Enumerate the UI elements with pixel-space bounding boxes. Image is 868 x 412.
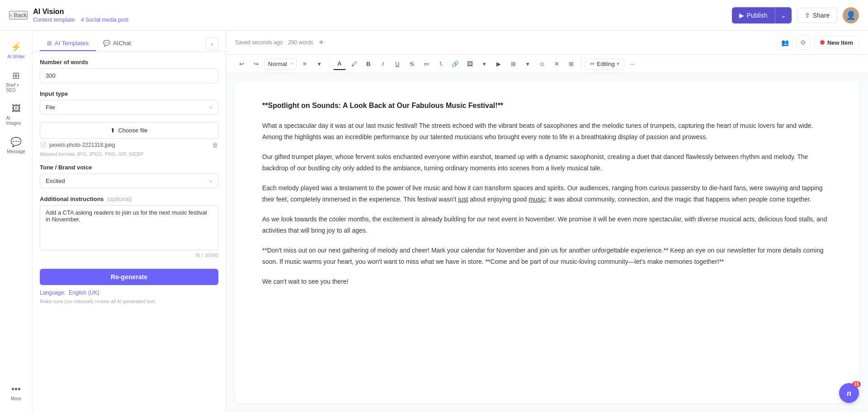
sidebar-label-brief-seo: Brief + SEO: [6, 83, 26, 93]
images-icon: 🖼: [12, 103, 21, 114]
tone-group: Tone / Brand voice Excited: [40, 164, 218, 188]
top-header: ‹ Back AI Vision Content template: # Soc…: [0, 0, 868, 31]
saved-status: Saved seconds ago: [235, 39, 283, 46]
content-template-line: Content template: # Social media post: [33, 17, 128, 23]
tone-label: Tone / Brand voice: [40, 164, 218, 171]
table-button[interactable]: ⊞: [507, 57, 519, 70]
lightning-icon: ⚡: [10, 42, 22, 52]
num-words-label: Number of words: [40, 59, 218, 66]
avatar[interactable]: 👤: [843, 7, 859, 23]
eye-icon[interactable]: 👁: [319, 39, 324, 46]
back-button[interactable]: ‹ Back: [9, 11, 28, 19]
num-words-input[interactable]: [40, 68, 218, 83]
content-paragraph-1: What a spectacular day it was at our las…: [262, 120, 832, 142]
special-char-button[interactable]: ✕: [550, 57, 563, 70]
new-item-label: New Item: [827, 39, 853, 46]
align-dropdown-btn[interactable]: ▾: [313, 57, 326, 70]
editing-chevron-icon: ▾: [617, 61, 619, 67]
align-icon-btn[interactable]: ≡: [298, 57, 311, 70]
bold-button[interactable]: B: [362, 57, 375, 70]
more-options-button[interactable]: ···: [626, 57, 639, 70]
highlight-button[interactable]: 🖊: [348, 57, 360, 70]
image-dropdown-btn[interactable]: ▾: [478, 57, 491, 70]
content-template-label: Content template:: [33, 17, 76, 23]
aichat-icon: 💬: [103, 40, 110, 47]
play-embed-button[interactable]: ▶: [492, 57, 505, 70]
para6-text: We can't wait to see you there!: [262, 278, 349, 285]
sidebar-item-ai-writer[interactable]: ⚡ AI Writer: [3, 38, 30, 63]
input-type-group: Input type File: [40, 90, 218, 115]
chat-badge: 15: [852, 381, 861, 387]
header-left: ‹ Back AI Vision Content template: # Soc…: [9, 8, 128, 23]
publish-button[interactable]: ▶ Publish ⌄: [732, 7, 792, 23]
sidebar-label-more: More: [11, 396, 21, 401]
char-count: 76 / 10000: [40, 253, 218, 258]
sidebar-label-message: Message: [7, 149, 25, 154]
para2-text: Our gifted trumpet player, whose fervent…: [262, 153, 808, 172]
para4-text: As we look towards the cooler months, th…: [262, 215, 827, 234]
pencil-icon: ✏: [590, 61, 595, 67]
editor-topbar-right: 👥 ⚙ New Item: [778, 35, 859, 50]
link-button[interactable]: 🔗: [449, 57, 462, 70]
undo-button[interactable]: ↩: [235, 57, 248, 70]
users-icon-btn[interactable]: 👥: [778, 35, 793, 50]
new-item-button[interactable]: New Item: [814, 36, 859, 49]
additional-instructions-group: Additional instructions (optional) Add a…: [40, 196, 218, 258]
tab-ai-templates[interactable]: ⊞ AI Templates: [40, 36, 96, 51]
block-insert-button[interactable]: ⊞: [565, 57, 577, 70]
sidebar-item-message[interactable]: 💬 Message: [3, 133, 30, 158]
image-button[interactable]: 🖼: [463, 57, 476, 70]
header-right: ▶ Publish ⌄ ⇧ Share 👤: [732, 7, 859, 23]
content-paragraph-6: We can't wait to see you there!: [262, 276, 832, 287]
redo-button[interactable]: ↪: [250, 57, 262, 70]
chevron-down-icon: ⌄: [781, 12, 786, 19]
settings-icon-btn[interactable]: ⚙: [796, 35, 811, 50]
publish-main: ▶ Publish: [732, 7, 775, 23]
brief-icon: ⊞: [12, 70, 20, 81]
additional-instructions-textarea[interactable]: Add a CTA asking readers to join us for …: [40, 205, 218, 250]
input-type-label: Input type: [40, 90, 218, 97]
support-chat-button[interactable]: 15 n: [839, 383, 859, 403]
sidebar-item-more[interactable]: ••• More: [3, 380, 30, 405]
tab-aichat[interactable]: 💬 AIChat: [96, 36, 138, 51]
choose-file-group: ⬆ Choose file 📄 pexels-photo-2221318.jpe…: [40, 122, 218, 157]
input-type-select[interactable]: File: [40, 100, 218, 115]
sidebar-item-brief-seo[interactable]: ⊞ Brief + SEO: [3, 66, 30, 96]
style-select[interactable]: Normal: [264, 58, 297, 70]
tab-ai-templates-label: AI Templates: [55, 40, 89, 47]
file-delete-button[interactable]: 🗑: [212, 141, 218, 149]
regenerate-button[interactable]: Re-generate: [40, 269, 218, 285]
language-label: Language:: [40, 290, 66, 296]
template-link[interactable]: # Social media post: [81, 17, 128, 23]
editing-mode-button[interactable]: ✏ Editing ▾: [585, 58, 624, 70]
content-paragraph-2: Our gifted trumpet player, whose fervent…: [262, 151, 832, 173]
strikethrough-button[interactable]: S: [406, 57, 418, 70]
editor-topbar: Saved seconds ago 290 words 👁 👥 ⚙ New It…: [226, 31, 868, 55]
emoji-button[interactable]: ☺: [536, 57, 548, 70]
back-chevron-icon: ‹: [10, 12, 12, 19]
editor-content[interactable]: **Spotlight on Sounds: A Look Back at Ou…: [235, 82, 859, 403]
share-button[interactable]: ⇧ Share: [797, 8, 837, 23]
language-note: Language: English (UK): [40, 290, 218, 296]
text-color-button[interactable]: A: [333, 57, 346, 70]
additional-label-text: Additional instructions: [40, 196, 104, 202]
file-item: 📄 pexels-photo-2221318.jpeg 🗑: [40, 139, 218, 151]
additional-label: Additional instructions (optional): [40, 196, 218, 202]
regenerate-label: Re-generate: [111, 273, 147, 281]
sidebar-item-ai-images[interactable]: 🖼 AI Images: [3, 100, 30, 129]
underline-button[interactable]: U: [391, 57, 404, 70]
choose-file-button[interactable]: ⬆ Choose file: [40, 122, 218, 139]
publish-arrow[interactable]: ⌄: [775, 7, 792, 23]
tone-select[interactable]: Excited: [40, 173, 218, 188]
main-layout: ⚡ AI Writer ⊞ Brief + SEO 🖼 AI Images 💬 …: [0, 31, 868, 412]
review-note: Make sure you manually review all AI gen…: [40, 299, 218, 304]
italic-button[interactable]: I: [377, 57, 389, 70]
ai-templates-icon: ⊞: [47, 40, 52, 47]
collapse-panel-button[interactable]: ‹: [206, 37, 218, 50]
para5-text: **Don't miss out on our next gathering o…: [262, 247, 824, 265]
table-dropdown-btn[interactable]: ▾: [521, 57, 534, 70]
numbered-list-button[interactable]: ⒈: [434, 57, 447, 70]
bullet-list-button[interactable]: ≔: [420, 57, 433, 70]
language-value[interactable]: English (UK): [69, 290, 99, 296]
editor-area: Saved seconds ago 290 words 👁 👥 ⚙ New It…: [226, 31, 868, 412]
